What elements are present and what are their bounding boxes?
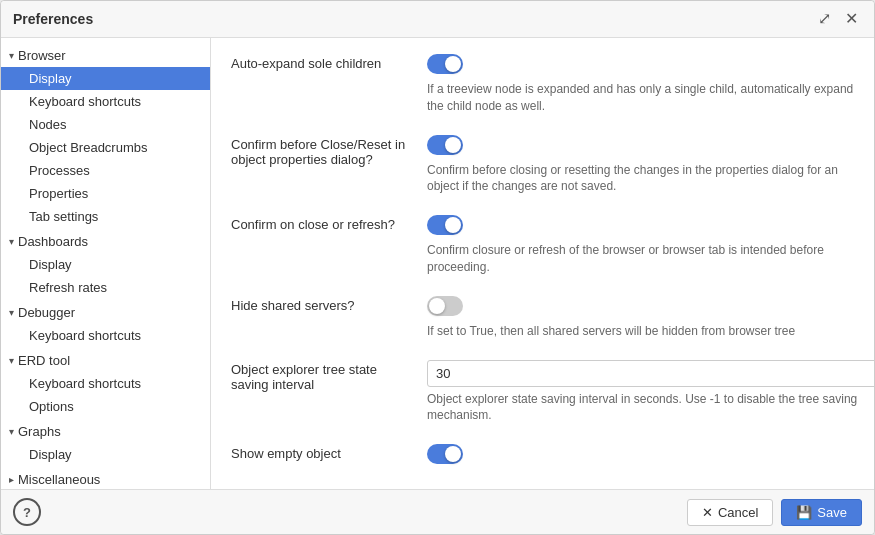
pref-label-hide-shared-servers: Hide shared servers? bbox=[231, 296, 411, 313]
pref-label-confirm-close-refresh: Confirm on close or refresh? bbox=[231, 215, 411, 232]
preferences-dialog: Preferences ⤢ ✕ ▾BrowserDisplayKeyboard … bbox=[0, 0, 875, 535]
sidebar-item-processes[interactable]: Processes bbox=[1, 159, 210, 182]
content-area: Auto-expand sole childrenIf a treeview n… bbox=[211, 38, 874, 489]
sidebar-group-graphs: ▾GraphsDisplay bbox=[1, 420, 210, 466]
pref-row-object-explorer-interval: Object explorer tree state saving interv… bbox=[231, 360, 854, 425]
expand-icon: ▾ bbox=[9, 50, 14, 61]
pref-desc-object-explorer-interval: Object explorer state saving interval in… bbox=[427, 391, 874, 425]
pref-control-show-empty-object bbox=[427, 444, 854, 467]
sidebar-item-refresh-rates[interactable]: Refresh rates bbox=[1, 276, 210, 299]
sidebar-group-debugger: ▾DebuggerKeyboard shortcuts bbox=[1, 301, 210, 347]
pref-label-confirm-close-reset: Confirm before Close/Reset in object pro… bbox=[231, 135, 411, 167]
pref-label-auto-expand: Auto-expand sole children bbox=[231, 54, 411, 71]
pref-desc-hide-shared-servers: If set to True, then all shared servers … bbox=[427, 323, 854, 340]
sidebar-group-header-miscellaneous[interactable]: ▸Miscellaneous bbox=[1, 468, 210, 489]
group-label: Graphs bbox=[18, 424, 61, 439]
dialog-body: ▾BrowserDisplayKeyboard shortcutsNodesOb… bbox=[1, 38, 874, 489]
sidebar-group-header-browser[interactable]: ▾Browser bbox=[1, 44, 210, 67]
sidebar-item-keyboard-shortcuts[interactable]: Keyboard shortcuts bbox=[1, 90, 210, 113]
sidebar-item-object-breadcrumbs[interactable]: Object Breadcrumbs bbox=[1, 136, 210, 159]
pref-desc-confirm-close-refresh: Confirm closure or refresh of the browse… bbox=[427, 242, 854, 276]
pref-input-object-explorer-interval[interactable] bbox=[427, 360, 874, 387]
sidebar-group-dashboards: ▾DashboardsDisplayRefresh rates bbox=[1, 230, 210, 299]
sidebar-group-header-dashboards[interactable]: ▾Dashboards bbox=[1, 230, 210, 253]
expand-icon: ▸ bbox=[9, 474, 14, 485]
dialog-header: Preferences ⤢ ✕ bbox=[1, 1, 874, 38]
pref-control-object-explorer-interval: Object explorer state saving interval in… bbox=[427, 360, 874, 425]
group-label: Debugger bbox=[18, 305, 75, 320]
group-label: Miscellaneous bbox=[18, 472, 100, 487]
pref-desc-confirm-close-reset: Confirm before closing or resetting the … bbox=[427, 162, 854, 196]
header-actions: ⤢ ✕ bbox=[814, 9, 862, 29]
help-button[interactable]: ? bbox=[13, 498, 41, 526]
pref-row-confirm-close-reset: Confirm before Close/Reset in object pro… bbox=[231, 135, 854, 196]
cancel-icon: ✕ bbox=[702, 505, 713, 520]
cancel-label: Cancel bbox=[718, 505, 758, 520]
expand-button[interactable]: ⤢ bbox=[814, 9, 835, 29]
pref-control-confirm-close-reset: Confirm before closing or resetting the … bbox=[427, 135, 854, 196]
pref-control-hide-shared-servers: If set to True, then all shared servers … bbox=[427, 296, 854, 340]
pref-toggle-auto-expand[interactable] bbox=[427, 54, 463, 74]
pref-row-auto-expand: Auto-expand sole childrenIf a treeview n… bbox=[231, 54, 854, 115]
pref-control-auto-expand: If a treeview node is expanded and has o… bbox=[427, 54, 854, 115]
pref-label-show-empty-object: Show empty object bbox=[231, 444, 411, 461]
sidebar-item-properties[interactable]: Properties bbox=[1, 182, 210, 205]
sidebar-group-miscellaneous: ▸Miscellaneous bbox=[1, 468, 210, 489]
sidebar-item-tab-settings[interactable]: Tab settings bbox=[1, 205, 210, 228]
pref-row-show-empty-object: Show empty object bbox=[231, 444, 854, 467]
sidebar-group-header-debugger[interactable]: ▾Debugger bbox=[1, 301, 210, 324]
save-button[interactable]: 💾 Save bbox=[781, 499, 862, 526]
sidebar-group-browser: ▾BrowserDisplayKeyboard shortcutsNodesOb… bbox=[1, 44, 210, 228]
expand-icon: ▾ bbox=[9, 355, 14, 366]
pref-label-object-explorer-interval: Object explorer tree state saving interv… bbox=[231, 360, 411, 392]
dialog-title: Preferences bbox=[13, 11, 93, 27]
group-label: ERD tool bbox=[18, 353, 70, 368]
sidebar-item-dashboards-display[interactable]: Display bbox=[1, 253, 210, 276]
expand-icon: ▾ bbox=[9, 426, 14, 437]
pref-control-confirm-close-refresh: Confirm closure or refresh of the browse… bbox=[427, 215, 854, 276]
group-label: Browser bbox=[18, 48, 66, 63]
sidebar: ▾BrowserDisplayKeyboard shortcutsNodesOb… bbox=[1, 38, 211, 489]
sidebar-item-erd-keyboard-shortcuts[interactable]: Keyboard shortcuts bbox=[1, 372, 210, 395]
save-icon: 💾 bbox=[796, 505, 812, 520]
close-button[interactable]: ✕ bbox=[841, 9, 862, 29]
save-label: Save bbox=[817, 505, 847, 520]
sidebar-group-header-erd-tool[interactable]: ▾ERD tool bbox=[1, 349, 210, 372]
sidebar-group-erd-tool: ▾ERD toolKeyboard shortcutsOptions bbox=[1, 349, 210, 418]
expand-icon: ▾ bbox=[9, 307, 14, 318]
dialog-footer: ? ✕ Cancel 💾 Save bbox=[1, 489, 874, 534]
sidebar-item-debugger-keyboard-shortcuts[interactable]: Keyboard shortcuts bbox=[1, 324, 210, 347]
pref-row-hide-shared-servers: Hide shared servers?If set to True, then… bbox=[231, 296, 854, 340]
footer-right: ✕ Cancel 💾 Save bbox=[687, 499, 862, 526]
pref-toggle-confirm-close-refresh[interactable] bbox=[427, 215, 463, 235]
sidebar-group-header-graphs[interactable]: ▾Graphs bbox=[1, 420, 210, 443]
pref-row-confirm-close-refresh: Confirm on close or refresh?Confirm clos… bbox=[231, 215, 854, 276]
expand-icon: ▾ bbox=[9, 236, 14, 247]
pref-toggle-confirm-close-reset[interactable] bbox=[427, 135, 463, 155]
cancel-button[interactable]: ✕ Cancel bbox=[687, 499, 773, 526]
pref-toggle-hide-shared-servers[interactable] bbox=[427, 296, 463, 316]
sidebar-item-display[interactable]: Display bbox=[1, 67, 210, 90]
pref-desc-auto-expand: If a treeview node is expanded and has o… bbox=[427, 81, 854, 115]
sidebar-item-erd-options[interactable]: Options bbox=[1, 395, 210, 418]
sidebar-item-nodes[interactable]: Nodes bbox=[1, 113, 210, 136]
group-label: Dashboards bbox=[18, 234, 88, 249]
sidebar-item-graphs-display[interactable]: Display bbox=[1, 443, 210, 466]
pref-toggle-show-empty-object[interactable] bbox=[427, 444, 463, 464]
footer-left: ? bbox=[13, 498, 41, 526]
